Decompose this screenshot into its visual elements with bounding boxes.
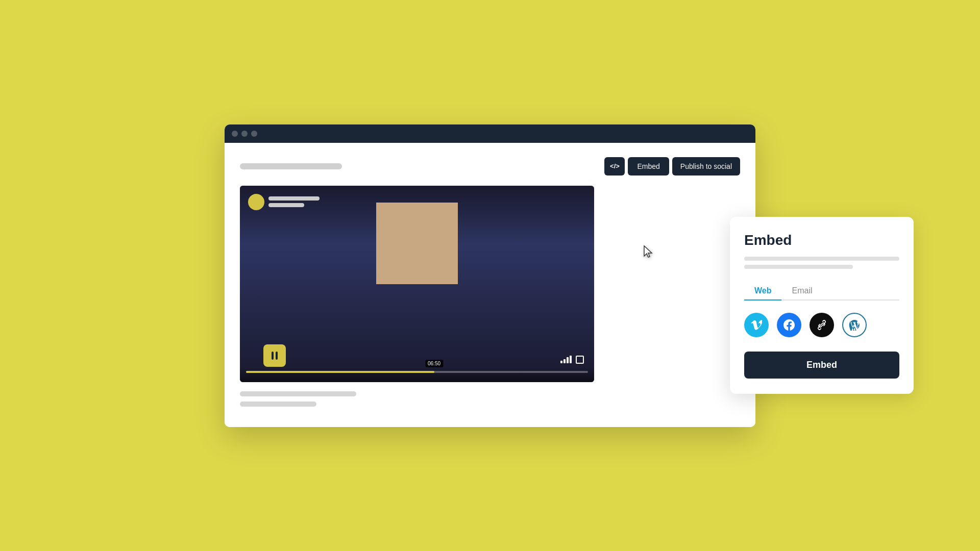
pause-bar-left xyxy=(272,352,274,360)
toolbar-row: </> Embed Publish to social xyxy=(240,157,740,176)
progress-bar-fill xyxy=(246,371,434,373)
signal-bar-1 xyxy=(560,361,562,363)
video-title-bar-2 xyxy=(268,203,304,207)
toolbar-buttons: </> Embed Publish to social xyxy=(604,157,740,176)
platform-icons xyxy=(744,313,899,337)
embed-panel: Embed Web Email xyxy=(730,217,914,394)
fullscreen-icon[interactable] xyxy=(576,356,584,364)
embed-panel-title: Embed xyxy=(744,232,899,248)
signal-icon xyxy=(560,356,572,363)
content-rows xyxy=(240,391,740,407)
content-row-1 xyxy=(240,391,356,396)
browser-window: </> Embed Publish to social xyxy=(225,124,755,427)
video-thumbnail xyxy=(240,186,594,382)
right-controls xyxy=(560,356,584,364)
video-controls: 06:50 xyxy=(240,367,594,382)
wordpress-icon[interactable] xyxy=(842,313,867,337)
tab-row: Web Email xyxy=(744,281,899,300)
signal-bar-4 xyxy=(570,356,572,363)
video-overlay-title xyxy=(248,194,320,210)
embed-panel-line-2 xyxy=(744,265,853,269)
vimeo-icon[interactable] xyxy=(744,313,769,337)
video-logo-circle xyxy=(248,194,264,210)
progress-bar-container[interactable]: 06:50 xyxy=(246,371,588,373)
embed-cta-button[interactable]: Embed xyxy=(744,352,899,379)
pause-bar-right xyxy=(276,352,278,360)
traffic-light-close[interactable] xyxy=(232,131,238,137)
traffic-light-minimize[interactable] xyxy=(241,131,248,137)
embed-panel-lines xyxy=(744,257,899,269)
tab-email[interactable]: Email xyxy=(781,282,822,300)
video-title-bar-1 xyxy=(268,196,320,201)
facebook-icon[interactable] xyxy=(777,313,801,337)
pause-button[interactable] xyxy=(263,344,286,367)
squarespace-icon[interactable] xyxy=(810,313,834,337)
signal-bar-2 xyxy=(564,359,566,363)
breadcrumb-placeholder xyxy=(240,163,342,169)
video-player: 06:50 xyxy=(240,186,594,382)
browser-titlebar xyxy=(225,124,755,143)
code-button[interactable]: </> xyxy=(604,157,625,176)
browser-content: </> Embed Publish to social xyxy=(225,143,755,427)
embed-button[interactable]: Embed xyxy=(628,157,669,176)
person-figure xyxy=(240,186,594,382)
time-tooltip: 06:50 xyxy=(425,360,443,367)
embed-panel-line-1 xyxy=(744,257,899,261)
video-title-bars xyxy=(268,196,320,207)
pause-icon xyxy=(272,352,278,360)
publish-button[interactable]: Publish to social xyxy=(672,157,740,176)
cursor xyxy=(643,245,653,259)
tab-web[interactable]: Web xyxy=(744,282,781,300)
content-row-2 xyxy=(240,402,316,407)
signal-bar-3 xyxy=(567,357,569,363)
traffic-light-maximize[interactable] xyxy=(251,131,257,137)
